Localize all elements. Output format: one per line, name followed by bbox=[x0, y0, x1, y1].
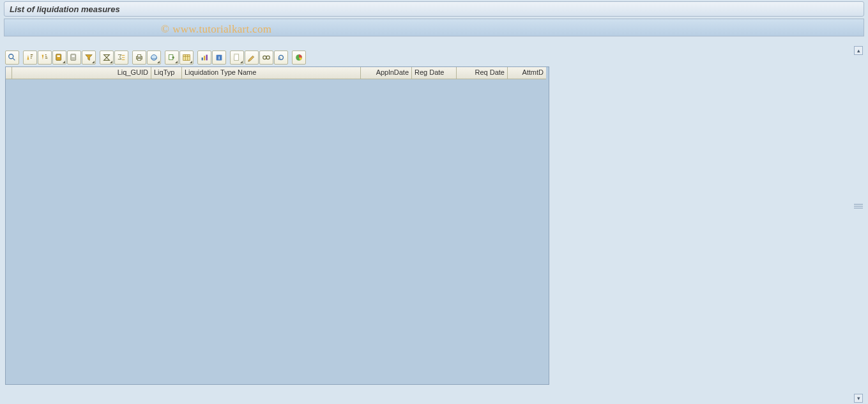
svg-rect-12 bbox=[202, 58, 203, 60]
svg-point-19 bbox=[266, 56, 270, 59]
layout-button[interactable] bbox=[179, 50, 194, 65]
subtotal-button[interactable] bbox=[114, 50, 128, 65]
col-liqtyp[interactable]: LiqTyp bbox=[151, 67, 182, 79]
graphic-button[interactable] bbox=[197, 50, 211, 65]
svg-rect-2 bbox=[56, 54, 61, 61]
sort-asc-button[interactable] bbox=[23, 50, 37, 65]
svg-point-18 bbox=[263, 56, 266, 59]
svg-rect-5 bbox=[72, 56, 75, 58]
svg-rect-7 bbox=[137, 55, 141, 58]
change-button[interactable] bbox=[245, 50, 259, 65]
svg-rect-4 bbox=[71, 54, 76, 61]
col-liq-type-name[interactable]: Liquidation Type Name bbox=[182, 67, 361, 79]
watermark-text: www.tutorialkart.com bbox=[172, 23, 271, 36]
grid-header-row: Liq_GUID LiqTyp Liquidation Type Name Ap… bbox=[6, 67, 549, 79]
col-liq-guid[interactable]: Liq_GUID bbox=[12, 67, 151, 79]
svg-rect-14 bbox=[206, 55, 208, 61]
alv-toolbar: i bbox=[5, 50, 307, 65]
refresh-button[interactable] bbox=[274, 50, 288, 65]
display-button[interactable] bbox=[259, 50, 273, 65]
views-button[interactable] bbox=[147, 50, 161, 65]
total-button[interactable] bbox=[100, 50, 114, 65]
svg-point-0 bbox=[9, 54, 13, 59]
sort-desc-button[interactable] bbox=[38, 50, 52, 65]
scroll-up-button[interactable]: ▴ bbox=[854, 46, 863, 55]
alv-grid[interactable]: Liq_GUID LiqTyp Liquidation Type Name Ap… bbox=[5, 66, 549, 385]
svg-rect-3 bbox=[57, 56, 60, 58]
col-attmt-d[interactable]: AttmtD bbox=[508, 67, 546, 79]
scroll-down-button[interactable]: ▾ bbox=[854, 394, 863, 403]
info-button[interactable]: i bbox=[212, 50, 226, 65]
svg-text:i: i bbox=[218, 55, 220, 61]
find-next-button[interactable] bbox=[67, 50, 81, 65]
col-apln-date[interactable]: ApplnDate bbox=[361, 67, 412, 79]
svg-rect-8 bbox=[137, 59, 141, 61]
application-toolbar-area bbox=[4, 19, 864, 36]
svg-point-9 bbox=[151, 55, 157, 61]
svg-rect-13 bbox=[204, 56, 205, 60]
scroll-thumb[interactable] bbox=[854, 198, 863, 214]
svg-rect-11 bbox=[183, 55, 190, 61]
find-button[interactable] bbox=[52, 50, 66, 65]
copyright-symbol: © bbox=[161, 23, 169, 36]
chart-button[interactable] bbox=[292, 50, 306, 65]
row-selector-column[interactable] bbox=[6, 67, 12, 79]
details-button[interactable] bbox=[5, 50, 19, 65]
print-button[interactable] bbox=[132, 50, 146, 65]
export-button[interactable] bbox=[165, 50, 179, 65]
col-reg-date[interactable]: Reg Date bbox=[412, 67, 457, 79]
create-button[interactable] bbox=[230, 50, 244, 65]
title-bar: List of liquidation measures bbox=[4, 1, 864, 17]
col-req-date[interactable]: Req Date bbox=[457, 67, 508, 79]
svg-line-1 bbox=[13, 58, 15, 61]
page-title: List of liquidation measures bbox=[10, 4, 120, 14]
watermark: © www.tutorialkart.com bbox=[161, 23, 271, 36]
filter-button[interactable] bbox=[82, 50, 96, 65]
